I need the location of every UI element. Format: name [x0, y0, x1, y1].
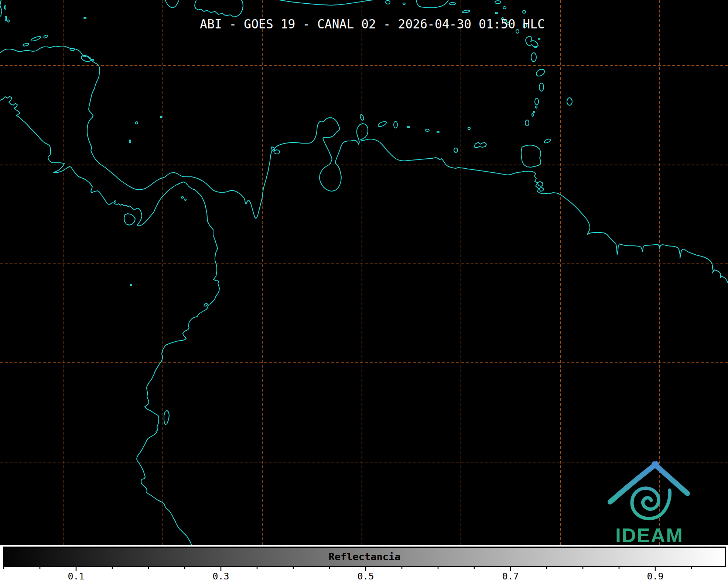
island-outline	[536, 106, 537, 108]
island-outline	[394, 121, 397, 128]
colorbar-section: Reflectancia 0.10.30.50.70.9	[0, 545, 728, 582]
colorbar-gradient: Reflectancia	[3, 547, 726, 567]
island-outline	[30, 35, 41, 42]
coastline-path	[0, 96, 219, 545]
coastlines	[0, 0, 728, 545]
island-outline	[70, 48, 75, 51]
island-outline	[185, 199, 186, 200]
colorbar-tick-label: 0.9	[647, 571, 663, 582]
island-outline	[377, 120, 387, 127]
logo-wordmark: IDEAM	[615, 524, 683, 545]
coastline-path	[164, 410, 169, 425]
island-outline	[8, 20, 9, 22]
island-outline	[437, 131, 439, 133]
colorbar-tick-label: 0.3	[212, 571, 229, 582]
coastline-path	[165, 0, 179, 8]
island-outline	[425, 129, 429, 131]
island-outline	[544, 138, 551, 144]
island-outline	[535, 68, 546, 78]
island-outline	[403, 3, 405, 4]
coastline-path	[0, 46, 728, 282]
island-outline	[4, 6, 6, 9]
island-outline	[23, 43, 29, 47]
coastline-path	[416, 0, 448, 8]
coastline-path	[526, 36, 538, 47]
island-outline	[503, 7, 506, 9]
coastline-path	[195, 0, 243, 17]
island-outline	[495, 1, 501, 4]
island-outline	[160, 116, 162, 118]
ideam-logo: IDEAM	[610, 464, 687, 545]
map-canvas: IDEAM	[0, 0, 728, 545]
island-outline	[525, 120, 529, 126]
island-outline	[43, 35, 48, 39]
island-outline	[129, 140, 131, 143]
island-outline	[84, 17, 86, 19]
image-title: ABI - GOES 19 - CANAL 02 - 2026-04-30 01…	[200, 17, 545, 31]
coastline-path	[124, 214, 135, 225]
island-outline	[531, 53, 536, 62]
colorbar-label: Reflectancia	[328, 551, 400, 562]
island-outline	[181, 197, 184, 198]
coastline-path	[474, 142, 486, 148]
coastline-path	[274, 150, 280, 154]
island-outline	[533, 111, 535, 113]
colorbar-tick-label: 0.5	[357, 571, 374, 582]
satellite-map: IDEAM ABI - GOES 19 - CANAL 02 - 2026-04…	[0, 0, 728, 545]
latlon-grid	[0, 0, 728, 545]
island-outline	[130, 284, 132, 286]
island-outline	[407, 126, 410, 128]
island-outline	[454, 148, 458, 152]
island-outline	[468, 127, 470, 130]
island-outline	[462, 10, 470, 13]
colorbar-axis: 0.10.30.50.70.9	[0, 566, 728, 582]
island-outline	[92, 59, 94, 61]
island-outline	[567, 98, 572, 105]
island-outline	[523, 10, 526, 13]
island-outline	[539, 83, 544, 91]
island-outline	[495, 12, 498, 14]
coastline-path	[0, 0, 2, 16]
island-outline	[115, 201, 116, 202]
island-outline	[450, 3, 455, 5]
coastline-path	[537, 182, 543, 186]
coastline-path	[521, 145, 541, 167]
logo-spiral-icon	[632, 488, 670, 519]
island-outline	[532, 113, 533, 116]
island-outline	[535, 98, 539, 105]
island-outline	[136, 122, 138, 124]
island-outline	[386, 0, 390, 4]
coastline-path	[280, 0, 372, 5]
island-outline	[539, 38, 540, 40]
coastline-path	[539, 187, 544, 191]
island-outline	[5, 16, 7, 21]
satellite-image-viewer: { "title": "ABI - GOES 19 - CANAL 02 - 2…	[0, 0, 728, 582]
colorbar-tick-label: 0.1	[68, 571, 84, 582]
colorbar-tick-label: 0.7	[502, 571, 519, 582]
island-outline	[204, 303, 208, 307]
